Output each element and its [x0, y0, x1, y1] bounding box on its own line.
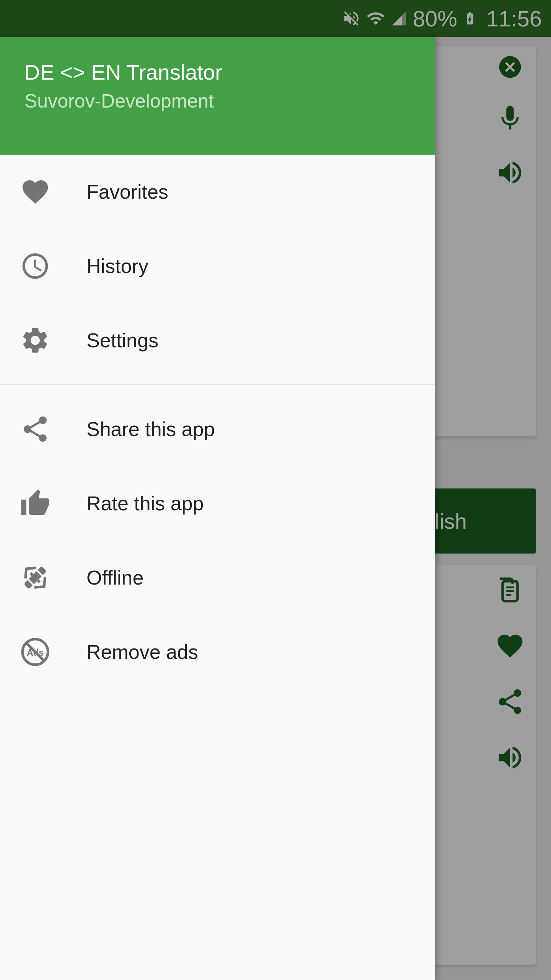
- no-ads-icon: Ads: [20, 637, 62, 667]
- gear-icon: [20, 325, 62, 356]
- heart-icon: [20, 176, 62, 207]
- drawer-item-label: Offline: [86, 566, 143, 589]
- drawer-item-label: Remove ads: [86, 640, 198, 663]
- thumbs-up-icon: [20, 488, 62, 519]
- drawer-item-label: Share this app: [86, 418, 215, 441]
- drawer-item-remove-ads[interactable]: Ads Remove ads: [0, 615, 435, 689]
- drawer-item-label: History: [86, 255, 148, 278]
- plug-icon: [20, 562, 62, 593]
- app-title: DE <> EN Translator: [24, 60, 410, 85]
- drawer-item-settings[interactable]: Settings: [0, 303, 435, 377]
- drawer-item-label: Settings: [86, 329, 158, 352]
- drawer-primary-section: Favorites History Settings: [0, 155, 435, 377]
- drawer-item-offline[interactable]: Offline: [0, 541, 435, 615]
- share-icon: [20, 414, 62, 444]
- drawer-item-label: Rate this app: [86, 492, 204, 515]
- drawer-item-rate[interactable]: Rate this app: [0, 466, 435, 541]
- app-subtitle: Suvorov-Development: [24, 90, 410, 112]
- drawer-header: DE <> EN Translator Suvorov-Development: [0, 37, 435, 155]
- drawer-divider: [0, 384, 435, 385]
- drawer-item-share[interactable]: Share this app: [0, 392, 435, 466]
- drawer-item-history[interactable]: History: [0, 229, 435, 303]
- clock-icon: [20, 251, 62, 281]
- drawer-item-label: Favorites: [86, 180, 168, 203]
- svg-text:Ads: Ads: [27, 648, 44, 658]
- drawer-secondary-section: Share this app Rate this app Offline Ads…: [0, 392, 435, 689]
- navigation-drawer: DE <> EN Translator Suvorov-Development …: [0, 37, 435, 980]
- drawer-item-favorites[interactable]: Favorites: [0, 155, 435, 229]
